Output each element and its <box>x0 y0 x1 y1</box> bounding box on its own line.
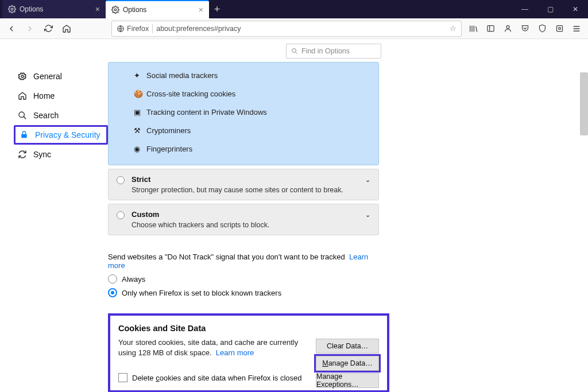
protection-item: ◉Fingerprinters <box>134 139 378 158</box>
library-icon[interactable] <box>465 21 481 37</box>
chevron-down-icon[interactable]: ⌄ <box>365 176 370 184</box>
sync-icon <box>17 149 28 160</box>
svg-point-4 <box>506 26 509 29</box>
tracking-icon: ▣ <box>134 108 142 117</box>
search-icon <box>17 110 28 121</box>
main-panel: ✦Social media trackers 🍪Cross-site track… <box>108 39 588 392</box>
url-text: about:preferences#privacy <box>156 25 241 33</box>
manage-data-button[interactable]: Manage Data… <box>316 356 379 371</box>
gear-icon <box>8 5 16 13</box>
sidebar-item-label: Home <box>33 91 55 100</box>
window-controls: — ▢ ✕ <box>512 0 588 18</box>
close-icon[interactable]: × <box>199 5 203 14</box>
home-button[interactable] <box>59 21 75 37</box>
tab-options-active[interactable]: Options × <box>106 0 209 18</box>
checkbox-icon[interactable] <box>118 373 127 382</box>
svg-point-0 <box>11 8 13 10</box>
radio-icon[interactable] <box>108 274 117 284</box>
strict-option[interactable]: ⌄ Strict Stronger protection, but may ca… <box>108 169 379 200</box>
radio-icon[interactable] <box>117 211 125 219</box>
protection-item: 🍪Cross-site tracking cookies <box>134 84 378 103</box>
manage-exceptions-button[interactable]: Manage Exceptions… <box>316 373 379 388</box>
tabs-row: Options × Options × + <box>0 0 225 18</box>
maximize-button[interactable]: ▢ <box>537 0 563 18</box>
standard-protection-box: ✦Social media trackers 🍪Cross-site track… <box>108 62 379 165</box>
close-icon[interactable]: × <box>95 5 100 14</box>
cookie-icon: 🍪 <box>134 90 142 98</box>
svg-rect-5 <box>556 26 562 32</box>
divider <box>152 24 153 33</box>
cookies-desc: Your stored cookies, site data, and cach… <box>118 337 314 358</box>
dnt-option-label: Only when Firefox is set to block known … <box>122 289 281 297</box>
option-desc: Stronger protection, but may cause some … <box>131 186 370 194</box>
preferences-sidebar: General Home Search Privacy & Security S… <box>0 39 108 392</box>
bookmark-star-icon[interactable]: ☆ <box>450 24 457 33</box>
sidebar-item-label: Sync <box>33 150 51 159</box>
sidebar-item-home[interactable]: Home <box>14 86 108 106</box>
account-icon[interactable] <box>500 21 516 37</box>
dnt-text: Send websites a "Do Not Track" signal th… <box>108 253 345 261</box>
new-tab-button[interactable]: + <box>209 0 225 18</box>
sidebar-item-search[interactable]: Search <box>14 106 108 125</box>
protection-item: ✦Social media trackers <box>134 66 378 84</box>
nav-toolbar: Firefox about:preferences#privacy ☆ <box>0 18 588 39</box>
option-title: Custom <box>131 210 370 219</box>
svg-point-9 <box>19 112 24 117</box>
extensions-icon[interactable] <box>551 21 567 37</box>
reload-button[interactable] <box>40 21 56 37</box>
svg-rect-10 <box>21 134 26 138</box>
option-title: Strict <box>131 175 370 184</box>
do-not-track-section: Send websites a "Do Not Track" signal th… <box>108 253 379 297</box>
sidebar-item-label: Search <box>33 111 59 120</box>
dnt-always-row[interactable]: Always <box>108 274 379 284</box>
tab-label: Options <box>123 6 146 14</box>
back-button[interactable] <box>3 21 20 37</box>
sidebar-item-label: General <box>33 72 62 81</box>
svg-rect-3 <box>487 26 493 32</box>
dnt-onlywhen-row[interactable]: Only when Firefox is set to block known … <box>108 288 379 297</box>
chevron-down-icon[interactable]: ⌄ <box>365 211 370 219</box>
shield-icon[interactable] <box>534 21 550 37</box>
identity-label: Firefox <box>127 25 149 33</box>
lock-icon <box>19 130 29 140</box>
gear-icon <box>111 6 119 14</box>
svg-point-6 <box>558 28 560 30</box>
clear-data-button[interactable]: Clear Data… <box>316 339 379 354</box>
cookies-heading: Cookies and Site Data <box>118 324 379 333</box>
home-icon <box>17 91 28 101</box>
cookies-section: Cookies and Site Data Your stored cookie… <box>108 313 389 392</box>
forward-button[interactable] <box>22 21 38 37</box>
sidebar-icon[interactable] <box>482 21 498 37</box>
menu-icon[interactable] <box>568 21 585 37</box>
learn-more-link[interactable]: Learn more <box>216 348 254 357</box>
close-window-button[interactable]: ✕ <box>563 0 588 18</box>
gear-icon <box>17 71 28 81</box>
crypto-icon: ⚒ <box>134 126 142 135</box>
sidebar-item-privacy[interactable]: Privacy & Security <box>14 125 108 145</box>
content-area: Find in Options General Home Search Priv… <box>0 39 588 392</box>
svg-point-8 <box>21 75 24 77</box>
titlebar: Options × Options × + — ▢ ✕ <box>0 0 588 18</box>
tab-options-inactive[interactable]: Options × <box>2 0 106 18</box>
tab-label: Options <box>20 5 43 13</box>
svg-point-1 <box>114 9 117 11</box>
identity-box[interactable]: Firefox <box>117 25 149 33</box>
radio-icon[interactable] <box>108 288 117 297</box>
protection-item: ⚒Cryptominers <box>134 121 378 139</box>
social-icon: ✦ <box>134 71 142 80</box>
dnt-option-label: Always <box>122 275 145 284</box>
sidebar-item-sync[interactable]: Sync <box>14 145 108 164</box>
protection-item: ▣Tracking content in Private Windows <box>134 103 378 121</box>
option-desc: Choose which trackers and scripts to blo… <box>131 221 370 229</box>
custom-option[interactable]: ⌄ Custom Choose which trackers and scrip… <box>108 204 379 235</box>
pocket-icon[interactable] <box>517 21 533 37</box>
radio-icon[interactable] <box>117 176 125 184</box>
minimize-button[interactable]: — <box>512 0 537 18</box>
sidebar-item-general[interactable]: General <box>14 67 108 86</box>
url-bar[interactable]: Firefox about:preferences#privacy ☆ <box>111 21 462 37</box>
fingerprint-icon: ◉ <box>134 145 142 153</box>
sidebar-item-label: Privacy & Security <box>35 130 100 139</box>
